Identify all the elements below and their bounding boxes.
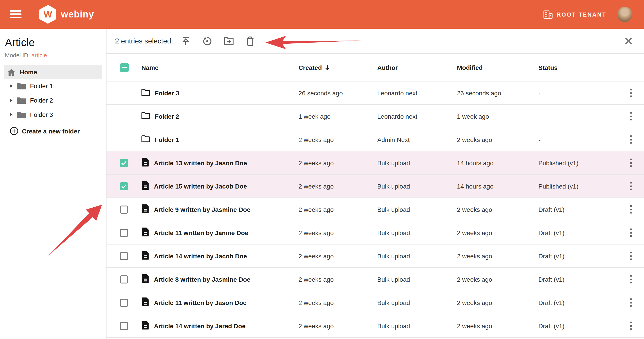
entry-name[interactable]: Article 14 written by Jared Doe: [154, 322, 246, 329]
folder-icon: [142, 112, 150, 120]
column-header-modified[interactable]: Modified: [457, 64, 538, 71]
entry-created: 1 week ago: [298, 113, 377, 120]
row-checkbox[interactable]: [120, 205, 128, 213]
article-icon: [142, 297, 149, 308]
entry-author: Leonardo next: [377, 89, 457, 97]
entry-name[interactable]: Folder 1: [155, 136, 179, 143]
tenant-label: ROOT TENANT: [556, 11, 606, 18]
entry-author: Bulk upload: [377, 252, 457, 259]
article-icon: [142, 158, 149, 168]
table-header: Name Created Author Modified Status: [106, 54, 644, 82]
entry-name[interactable]: Folder 3: [155, 89, 179, 97]
sidebar-item-folder-2[interactable]: Folder 2: [0, 93, 106, 108]
table-row[interactable]: Article 8 written by Jasmine Doe 2 weeks…: [106, 268, 644, 291]
select-all-checkbox[interactable]: [120, 63, 129, 72]
entry-modified: 26 seconds ago: [457, 89, 538, 97]
close-icon: [625, 37, 632, 45]
column-header-status[interactable]: Status: [538, 64, 618, 71]
entry-name[interactable]: Article 14 written by Jacob Doe: [154, 252, 247, 259]
entry-name[interactable]: Article 13 written by Jason Doe: [154, 159, 247, 166]
sort-desc-icon: [325, 64, 330, 71]
row-menu-icon[interactable]: [628, 110, 634, 122]
row-menu-icon[interactable]: [628, 203, 634, 215]
table-body: Folder 3 26 seconds ago Leonardo next 26…: [106, 82, 644, 338]
entry-created: 2 weeks ago: [298, 299, 377, 306]
row-checkbox[interactable]: [120, 252, 128, 260]
row-menu-icon[interactable]: [628, 180, 634, 192]
entry-name[interactable]: Article 11 written by Jason Doe: [154, 299, 246, 306]
row-menu-icon[interactable]: [628, 320, 634, 332]
user-avatar[interactable]: [617, 7, 632, 22]
article-icon: [142, 321, 149, 331]
table-row[interactable]: Article 11 written by Janine Doe 2 weeks…: [106, 221, 644, 244]
entries-panel: 2 entries selected:: [106, 29, 644, 339]
entry-status: -: [538, 89, 618, 97]
entry-name[interactable]: Article 8 written by Jasmine Doe: [154, 276, 250, 283]
row-checkbox[interactable]: [120, 275, 128, 283]
entry-created: 2 weeks ago: [298, 159, 377, 166]
move-button[interactable]: [224, 36, 234, 46]
unpublish-button[interactable]: [202, 36, 212, 46]
row-menu-icon[interactable]: [628, 296, 634, 308]
table-row[interactable]: Folder 3 26 seconds ago Leonardo next 26…: [106, 82, 644, 105]
chevron-right-icon[interactable]: [10, 99, 12, 102]
entry-modified: 2 weeks ago: [457, 322, 538, 329]
row-menu-icon[interactable]: [628, 157, 634, 169]
publish-button[interactable]: [181, 36, 191, 46]
table-row[interactable]: Article 14 written by Jared Doe 2 weeks …: [106, 314, 644, 338]
delete-button[interactable]: [245, 36, 255, 46]
table-row[interactable]: Folder 2 1 week ago Leonardo next 1 week…: [106, 105, 644, 128]
close-selection-button[interactable]: [625, 37, 632, 45]
top-bar: W webiny ROOT TENANT: [0, 0, 644, 29]
sidebar-item-folder-1[interactable]: Folder 1: [0, 79, 106, 93]
row-checkbox[interactable]: [120, 298, 128, 306]
model-id-value[interactable]: article: [32, 52, 47, 59]
entry-created: 26 seconds ago: [298, 89, 377, 97]
row-menu-icon[interactable]: [628, 87, 634, 99]
create-folder-button[interactable]: Create a new folder: [10, 127, 106, 135]
row-menu-icon[interactable]: [628, 227, 634, 239]
entry-status: Draft (v1): [538, 206, 618, 213]
folder-icon: [17, 97, 26, 104]
row-checkbox[interactable]: [120, 229, 128, 237]
row-checkbox[interactable]: [120, 182, 128, 190]
article-icon: [142, 204, 149, 214]
chevron-right-icon[interactable]: [10, 84, 12, 88]
sidebar-item-folder-3[interactable]: Folder 3: [0, 108, 106, 122]
chevron-right-icon[interactable]: [10, 113, 12, 116]
table-row[interactable]: Article 14 written by Jacob Doe 2 weeks …: [106, 244, 644, 268]
entry-name[interactable]: Folder 2: [155, 113, 179, 120]
tenant-selector[interactable]: ROOT TENANT: [543, 10, 606, 19]
article-icon: [142, 274, 149, 284]
entry-author: Leonardo next: [377, 113, 457, 120]
row-menu-icon[interactable]: [628, 133, 634, 146]
webiny-logo[interactable]: W webiny: [40, 5, 94, 24]
table-row[interactable]: Article 9 written by Jasmine Doe 2 weeks…: [106, 198, 644, 221]
column-header-name[interactable]: Name: [142, 64, 298, 71]
entry-created: 2 weeks ago: [298, 276, 377, 283]
entry-name[interactable]: Article 9 written by Jasmine Doe: [154, 206, 250, 213]
menu-icon[interactable]: [10, 10, 22, 19]
column-header-author[interactable]: Author: [377, 64, 457, 71]
row-checkbox[interactable]: [120, 322, 128, 330]
sidebar-item-home[interactable]: Home: [4, 65, 102, 79]
row-menu-icon[interactable]: [628, 273, 634, 285]
entry-modified: 1 week ago: [457, 113, 538, 120]
row-checkbox[interactable]: [120, 159, 128, 167]
entry-modified: 2 weeks ago: [457, 136, 538, 143]
table-row[interactable]: Article 13 written by Jason Doe 2 weeks …: [106, 151, 644, 175]
table-row[interactable]: Article 15 written by Jacob Doe 2 weeks …: [106, 175, 644, 198]
column-header-created[interactable]: Created: [298, 64, 377, 71]
annotation-arrow-to-actions: [266, 35, 362, 50]
row-menu-icon[interactable]: [628, 250, 634, 262]
sidebar: Article Model ID: article Home Folder 1: [0, 29, 106, 339]
entry-name[interactable]: Article 11 written by Janine Doe: [154, 229, 248, 236]
entry-name[interactable]: Article 15 written by Jacob Doe: [154, 182, 247, 190]
table-row[interactable]: Folder 1 2 weeks ago Admin Next 2 weeks …: [106, 128, 644, 151]
folder-icon: [17, 111, 26, 118]
entry-author: Bulk upload: [377, 206, 457, 213]
entry-modified: 2 weeks ago: [457, 299, 538, 306]
entry-created: 2 weeks ago: [298, 206, 377, 213]
table-row[interactable]: Article 11 written by Jason Doe 2 weeks …: [106, 291, 644, 314]
entry-modified: 14 hours ago: [457, 182, 538, 190]
